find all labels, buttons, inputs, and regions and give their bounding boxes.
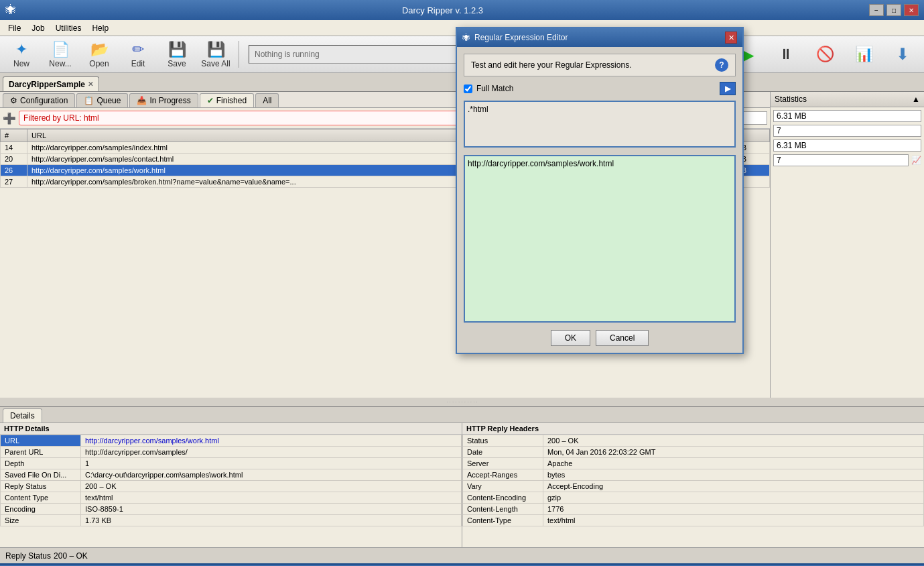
menu-file[interactable]: File	[3, 22, 26, 34]
stats-row-2: 7	[773, 125, 921, 137]
detail-saved-row: Saved File On Di... C:\darcy-out\darcyri…	[1, 469, 462, 481]
stats-bar-4: 7	[773, 154, 909, 166]
modal-play-button[interactable]: ▶	[720, 82, 736, 95]
regex-input[interactable]: .*html	[464, 101, 736, 148]
new-label: New	[13, 59, 29, 68]
modal-help-button[interactable]: ?	[715, 58, 728, 72]
download-button[interactable]: ⬇	[884, 38, 921, 70]
save-icon: 💾	[166, 40, 188, 59]
status-bar: Reply Status 200 – OK	[0, 547, 924, 563]
reply-accept-row: Accept-Ranges bytes	[463, 469, 924, 481]
tab-all[interactable]: All	[255, 93, 279, 107]
detail-reply-label: Reply Status	[1, 481, 81, 492]
regex-editor-modal: 🕷 Regular Expression Editor ✕ Test and e…	[456, 27, 744, 354]
stats-row-3: 6.31 MB	[773, 139, 921, 152]
reply-status-value: 200 – OK	[54, 551, 88, 561]
detail-size-label: Size	[1, 515, 81, 526]
bottom-content: HTTP Details URL http://darcyripper.com/…	[0, 422, 924, 547]
queue-icon: 📋	[84, 96, 94, 105]
open-label: Open	[89, 59, 109, 68]
right-panel: Statistics ▲ 6.31 MB 7 6.31 MB	[770, 92, 924, 398]
open-button[interactable]: 📂 Open	[80, 38, 118, 70]
queue-label: Queue	[96, 96, 121, 105]
reply-content-length-label: Content-Length	[463, 504, 543, 515]
stop-button[interactable]: 🚫	[806, 38, 844, 70]
tab-inprogress[interactable]: 📥 In Progress	[129, 93, 198, 107]
reply-status-value: 200 – OK	[543, 435, 924, 447]
stats-value-4: 7	[777, 156, 781, 165]
col-num: #	[1, 129, 27, 142]
statistics-body: 6.31 MB 7 6.31 MB 7 📈	[771, 107, 924, 172]
detail-parent-row: Parent URL http://darcyripper.com/sample…	[1, 447, 462, 458]
edit-label: Edit	[131, 59, 145, 68]
detail-url-row: URL http://darcyripper.com/samples/work.…	[1, 435, 462, 447]
tab-queue[interactable]: 📋 Queue	[76, 93, 128, 107]
reply-accept-label: Accept-Ranges	[463, 469, 543, 481]
menu-utilities[interactable]: Utilities	[50, 22, 87, 34]
tab-finished[interactable]: ✔ Finished	[200, 93, 254, 107]
detail-depth-value: 1	[81, 458, 462, 469]
http-details-header: HTTP Details	[0, 423, 462, 435]
stats-row-4: 7 📈	[773, 154, 921, 166]
detail-size-row: Size 1.73 KB	[1, 515, 462, 526]
stats-collapse-icon[interactable]: ▲	[912, 95, 920, 104]
reply-date-value: Mon, 04 Jan 2016 22:03:22 GMT	[543, 447, 924, 458]
pause-button[interactable]: ⏸	[767, 38, 805, 70]
tab-configuration[interactable]: ⚙ Configuration	[3, 93, 75, 107]
bottom-tabs: Details	[0, 407, 924, 422]
resize-handle[interactable]: · · · · · · · · · · ·	[0, 398, 924, 406]
reply-server-value: Apache	[543, 458, 924, 469]
cell-id: 14	[1, 142, 27, 154]
inprogress-icon: 📥	[137, 96, 147, 105]
bottom-area: Details HTTP Details URL http://darcyrip…	[0, 406, 924, 547]
close-button[interactable]: ✕	[904, 4, 919, 16]
tab-darcyrippersample[interactable]: DarcyRipperSample ✕	[3, 76, 99, 91]
tab-close-icon[interactable]: ✕	[88, 80, 93, 88]
modal-ok-button[interactable]: OK	[551, 330, 590, 346]
stats-button[interactable]: 📊	[845, 38, 882, 70]
add-filter-icon[interactable]: ➕	[3, 112, 16, 125]
reply-content-length-row: Content-Length 1776	[463, 504, 924, 515]
new-dot-label: New...	[49, 59, 71, 68]
detail-encoding-row: Encoding ISO-8859-1	[1, 504, 462, 515]
regex-test-area[interactable]: http://darcyripper.com/samples/work.html	[464, 155, 736, 323]
detail-url-value: http://darcyripper.com/samples/work.html	[81, 435, 462, 447]
modal-buttons: OK Cancel	[464, 330, 736, 346]
menu-job[interactable]: Job	[26, 22, 50, 34]
detail-content-row: Content Type text/html	[1, 492, 462, 504]
fullmatch-checkbox[interactable]	[464, 84, 472, 93]
stats-bar-3: 6.31 MB	[773, 139, 921, 152]
app-icon: 🕷	[5, 4, 16, 16]
status-text: Nothing is running	[255, 50, 320, 59]
modal-close-button[interactable]: ✕	[725, 32, 737, 44]
detail-saved-label: Saved File On Di...	[1, 469, 81, 481]
edit-button[interactable]: ✏ Edit	[119, 38, 157, 70]
detail-saved-value: C:\darcy-out\darcyripper.com\samples\wor…	[81, 469, 462, 481]
minimize-button[interactable]: −	[869, 4, 884, 16]
inprogress-label: In Progress	[149, 96, 190, 105]
save-button[interactable]: 💾 Save	[158, 38, 196, 70]
detail-depth-label: Depth	[1, 458, 81, 469]
menu-help[interactable]: Help	[86, 22, 114, 34]
stats-chart-icon[interactable]: 📈	[911, 156, 921, 165]
new-button[interactable]: ✦ New	[3, 38, 40, 70]
new-dot-button[interactable]: 📄 New...	[42, 38, 79, 70]
tab-details[interactable]: Details	[3, 408, 42, 422]
detail-reply-value: 200 – OK	[81, 481, 462, 492]
detail-depth-row: Depth 1	[1, 458, 462, 469]
cell-id: 27	[1, 176, 27, 188]
modal-title-bar: 🕷 Regular Expression Editor ✕	[457, 28, 742, 47]
modal-cancel-button[interactable]: Cancel	[596, 330, 649, 346]
save-all-label: Save All	[201, 59, 230, 68]
modal-info-bar: Test and edit here your Regular Expressi…	[464, 54, 736, 76]
detail-encoding-value: ISO-8859-1	[81, 504, 462, 515]
cell-id: 26	[1, 165, 27, 176]
save-all-button[interactable]: 💾 Save All	[197, 38, 235, 70]
reply-content-type-label: Content-Type	[463, 515, 543, 526]
filter-value: html	[84, 113, 99, 123]
reply-content-type-value: text/html	[543, 515, 924, 526]
maximize-button[interactable]: □	[886, 4, 901, 16]
reply-content-encoding-row: Content-Encoding gzip	[463, 492, 924, 504]
reply-status-row: Status 200 – OK	[463, 435, 924, 447]
reply-server-row: Server Apache	[463, 458, 924, 469]
